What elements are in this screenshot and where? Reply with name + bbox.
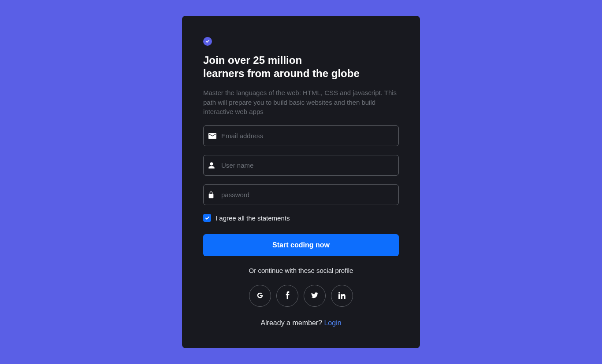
twitter-button[interactable]: [304, 285, 326, 307]
facebook-button[interactable]: [276, 285, 298, 307]
google-button[interactable]: [249, 285, 271, 307]
envelope-icon: [208, 133, 216, 139]
check-badge-icon: [203, 37, 212, 46]
login-row: Already a member? Login: [203, 319, 399, 327]
username-field-wrap: [203, 155, 399, 176]
heading-line-1: Join over 25 million: [203, 54, 302, 66]
agree-label: I agree all the statements: [216, 214, 290, 222]
facebook-icon: [286, 291, 290, 301]
submit-button[interactable]: Start coding now: [203, 234, 399, 256]
login-link[interactable]: Login: [324, 319, 341, 327]
username-field[interactable]: [203, 155, 399, 176]
signup-card: Join over 25 million learners from aroun…: [182, 16, 420, 348]
google-icon: [256, 292, 264, 300]
linkedin-icon: [338, 292, 346, 300]
agree-checkbox[interactable]: [203, 214, 211, 222]
email-field[interactable]: [203, 125, 399, 146]
page-title: Join over 25 million learners from aroun…: [203, 54, 399, 80]
linkedin-button[interactable]: [331, 285, 353, 307]
agree-row: I agree all the statements: [203, 214, 399, 222]
password-field[interactable]: [203, 184, 399, 205]
social-continue-label: Or continue with these social profile: [203, 267, 399, 274]
password-field-wrap: [203, 184, 399, 205]
lock-icon: [208, 191, 214, 199]
user-icon: [208, 162, 215, 169]
subtitle: Master the languages of the web: HTML, C…: [203, 88, 399, 117]
twitter-icon: [311, 292, 318, 300]
login-prefix: Already a member?: [260, 319, 324, 327]
social-buttons: [203, 285, 399, 307]
email-field-wrap: [203, 125, 399, 146]
heading-line-2: learners from around the globe: [203, 67, 360, 79]
